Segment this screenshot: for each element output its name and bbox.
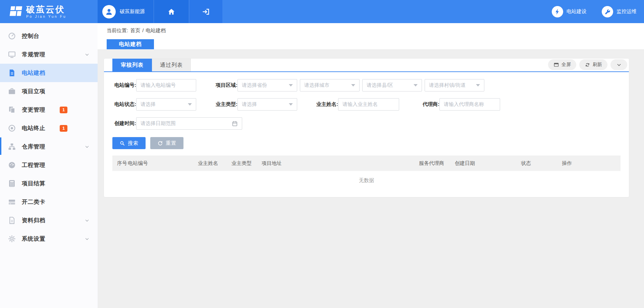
sidebar-scrollbar[interactable] <box>0 137 1 155</box>
panel-tabs-row: 审核列表通过列表 全屏 刷新 <box>112 59 621 71</box>
target-icon <box>8 124 16 132</box>
header-right-nav: 电站建设监控运维 <box>222 0 644 23</box>
header-nav-item-0[interactable]: 电站建设 <box>552 6 587 17</box>
owner_name-label: 业主姓名: <box>314 101 338 108</box>
placeholder-text: 请选择 <box>141 101 156 108</box>
filter-form-row: 创建时间:请选择日期范围 <box>112 117 621 130</box>
created_time-date-picker[interactable]: 请选择日期范围 <box>136 117 242 130</box>
tab-passed-list[interactable]: 通过列表 <box>152 59 191 71</box>
user-avatar-icon <box>102 5 116 18</box>
header-nav-item-1[interactable]: 监控运维 <box>602 6 637 17</box>
gear-icon <box>8 235 16 243</box>
station_code-input[interactable]: 请输入电站编号 <box>136 79 196 91</box>
chevron-down-icon <box>85 52 90 57</box>
sidebar-item-label: 电站终止 <box>22 124 45 132</box>
sidebar-item-label: 常规管理 <box>22 51 45 58</box>
placeholder-text: 请选择 <box>242 101 257 108</box>
user-menu-button[interactable]: 破茧新能源 <box>98 0 154 23</box>
fullscreen-icon <box>553 62 559 68</box>
tab-review-list[interactable]: 审核列表 <box>112 59 152 71</box>
sidebar-menu: 控制台常规管理电站建档项目立项变更管理1电站终止1仓库管理工程管理项目结算开二类… <box>0 23 98 248</box>
created_time-label: 创建时间: <box>112 120 136 127</box>
sidebar-item-system-settings[interactable]: 系统设置 <box>0 230 98 248</box>
column-header-3: 业主类型 <box>231 160 262 167</box>
reset-button[interactable]: 重置 <box>150 137 183 149</box>
caret-down-icon <box>289 103 293 106</box>
calendar-icon <box>232 121 238 127</box>
sidebar-item-data-archive[interactable]: 资料归档 <box>0 211 98 230</box>
sidebar-item-type2-card[interactable]: 开二类卡 <box>0 193 98 211</box>
sidebar-item-settlement[interactable]: 项目结算 <box>0 174 98 193</box>
briefcase-icon <box>8 87 16 96</box>
owner_name-input[interactable]: 请输入业主姓名 <box>338 98 399 111</box>
owner_type-label: 业主类型: <box>214 101 237 108</box>
signin-button[interactable] <box>189 0 222 23</box>
column-header-2: 业主姓名 <box>198 160 231 167</box>
brand-logo: 破茧云伏 Po Jian Yun Fu <box>0 0 98 23</box>
sitemap-icon <box>8 142 16 151</box>
sidebar-item-label: 开二类卡 <box>22 198 45 206</box>
column-header-8: 操作 <box>562 160 602 167</box>
page-tab-station-archive[interactable]: 电站建档 <box>107 39 154 49</box>
panel-tools: 全屏 刷新 <box>548 59 627 70</box>
agent-input[interactable]: 请输入代理商名称 <box>439 98 500 111</box>
station_status-select[interactable]: 请选择 <box>136 98 196 111</box>
sidebar-item-label: 变更管理 <box>22 106 45 114</box>
sidebar-item-general-mgmt[interactable]: 常规管理 <box>0 45 98 64</box>
region_city-select[interactable]: 请选择城市 <box>300 79 360 91</box>
chevron-down-icon <box>85 144 90 149</box>
home-button[interactable] <box>154 0 189 23</box>
main-content: 当前位置: 首页 / 电站建档 电站建档 审核列表通过列表 全屏 <box>98 23 644 308</box>
column-header-1: 电站编号 <box>128 160 198 167</box>
placeholder-text: 请选择日期范围 <box>141 120 176 127</box>
caret-down-icon <box>351 84 355 86</box>
sidebar-item-console[interactable]: 控制台 <box>0 27 98 45</box>
signin-icon <box>202 8 210 16</box>
caret-down-icon <box>289 84 293 86</box>
region_province-label: 项目区域: <box>214 82 237 88</box>
placeholder-text: 请选择村镇/街道 <box>429 82 466 88</box>
reset-icon <box>157 140 163 146</box>
placeholder-text: 请输入电站编号 <box>141 82 176 88</box>
refresh-label: 刷新 <box>593 62 602 68</box>
sidebar-item-label: 工程管理 <box>22 161 45 169</box>
column-header-7: 状态 <box>521 160 562 167</box>
owner_type-select[interactable]: 请选择 <box>237 98 297 111</box>
sidebar-item-label: 项目结算 <box>22 180 45 187</box>
sidebar-item-station-stop[interactable]: 电站终止1 <box>0 119 98 137</box>
search-button[interactable]: 搜索 <box>112 137 146 149</box>
region_province-select[interactable]: 请选择省份 <box>237 79 297 91</box>
wrench-icon <box>602 6 613 17</box>
filter-form-row: 电站状态:请选择业主类型:请选择业主姓名:请输入业主姓名代理商:请输入代理商名称 <box>112 98 621 111</box>
station_status-label: 电站状态: <box>112 101 136 108</box>
placeholder-text: 请选择城市 <box>304 82 329 88</box>
breadcrumb-home[interactable]: 首页 <box>130 27 140 34</box>
breadcrumb-current: 电站建档 <box>146 27 166 34</box>
notification-badge: 1 <box>60 107 67 113</box>
refresh-button[interactable]: 刷新 <box>579 59 607 70</box>
column-header-6: 创建日期 <box>455 160 521 167</box>
form-actions: 搜索 重置 <box>112 137 621 149</box>
header-nav-label: 电站建设 <box>567 8 587 15</box>
caret-down-icon <box>414 84 418 86</box>
sidebar: 控制台常规管理电站建档项目立项变更管理1电站终止1仓库管理工程管理项目结算开二类… <box>0 23 98 308</box>
sidebar-item-warehouse-mgmt[interactable]: 仓库管理 <box>0 137 98 156</box>
placeholder-text: 请选择省份 <box>242 82 267 88</box>
sidebar-item-change-mgmt[interactable]: 变更管理1 <box>0 101 98 119</box>
brand-logo-icon <box>7 5 22 19</box>
fullscreen-button[interactable]: 全屏 <box>548 59 576 70</box>
sidebar-item-project-setup[interactable]: 项目立项 <box>0 82 98 101</box>
sidebar-item-engineering[interactable]: 工程管理 <box>0 156 98 174</box>
breadcrumb-separator: / <box>142 27 144 34</box>
notification-badge: 1 <box>60 125 67 132</box>
panel-tabs: 审核列表通过列表 <box>112 59 191 71</box>
monitor-icon <box>8 50 16 59</box>
placeholder-text: 请选择县/区 <box>367 82 393 88</box>
copy-icon <box>8 106 16 114</box>
region_town-select[interactable]: 请选择村镇/街道 <box>425 79 484 91</box>
sidebar-item-station-archive[interactable]: 电站建档 <box>0 64 98 82</box>
brand-subtitle: Po Jian Yun Fu <box>26 14 66 18</box>
region_county-select[interactable]: 请选择县/区 <box>362 79 422 91</box>
collapse-button[interactable] <box>610 59 627 70</box>
table-header-row: 序号电站编号业主姓名业主类型项目地址服务代理商创建日期状态操作 <box>112 156 621 171</box>
